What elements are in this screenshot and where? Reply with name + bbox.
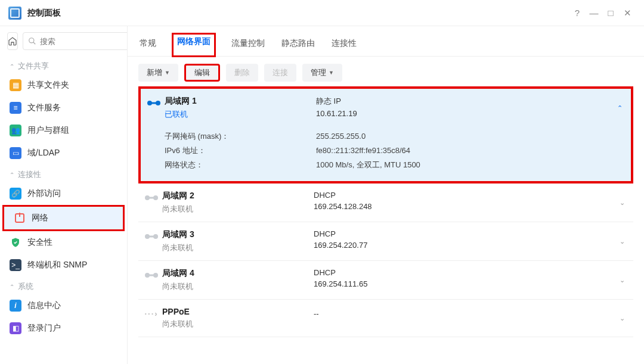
svg-rect-10 <box>147 236 156 238</box>
toolbar: 新增 ▼ 编辑 删除 连接 管理 ▼ <box>128 57 644 85</box>
interface-ip: 169.254.128.248 <box>314 202 616 211</box>
button-label: 新增 <box>147 67 162 78</box>
sidebar-item-label: 网络 <box>32 213 48 223</box>
svg-rect-4 <box>150 102 158 104</box>
shield-icon <box>10 237 21 248</box>
interface-status: 尚未联机 <box>162 242 314 253</box>
interface-ip: 169.254.220.77 <box>314 241 616 250</box>
content-area: 常规 网络界面 流量控制 静态路由 连接性 新增 ▼ 编辑 删除 连接 管理 ▼ <box>128 26 644 364</box>
interface-name: 局域网 1 <box>165 96 316 107</box>
home-icon <box>8 36 17 46</box>
ldap-icon: ▭ <box>10 147 21 159</box>
network-icon <box>14 212 26 224</box>
search-box[interactable] <box>23 32 128 50</box>
section-label: 连接性 <box>18 169 41 180</box>
chevron-down-icon[interactable]: ⌄ <box>616 235 628 248</box>
sidebar-item-file-services[interactable]: ≡ 文件服务 <box>0 97 127 119</box>
sidebar-item-label: 域/LDAP <box>27 148 60 158</box>
interface-name: 局域网 2 <box>162 191 314 201</box>
section-system[interactable]: ⌃ 系统 <box>0 276 127 294</box>
detail-label-netstate: 网络状态： <box>165 158 316 172</box>
tab-general[interactable]: 常规 <box>138 35 157 56</box>
ethernet-icon <box>141 191 162 203</box>
tabs: 常规 网络界面 流量控制 静态路由 连接性 <box>128 31 644 57</box>
sidebar-item-domain-ldap[interactable]: ▭ 域/LDAP <box>0 142 127 164</box>
detail-label-ipv6: IPv6 地址： <box>165 144 316 158</box>
interface-details: 子网掩码 (mask)： IPv6 地址： 网络状态： 255.255.255.… <box>141 127 631 181</box>
chevron-up-icon[interactable]: ⌃ <box>614 102 626 114</box>
chevron-down-icon[interactable]: ⌄ <box>616 312 628 325</box>
interface-name: PPPoE <box>162 307 314 316</box>
interface-item[interactable]: 局域网 1 已联机 静态 IP 10.61.21.19 ⌃ 子网掩 <box>141 89 631 181</box>
sidebar-item-shared-folder[interactable]: ▦ 共享文件夹 <box>0 74 127 97</box>
interface-list: 局域网 1 已联机 静态 IP 10.61.21.19 ⌃ 子网掩 <box>128 85 644 337</box>
chevron-down-icon[interactable]: ⌄ <box>616 274 628 287</box>
close-icon[interactable]: ✕ <box>619 8 636 18</box>
section-label: 系统 <box>18 281 33 292</box>
button-label: 管理 <box>311 67 326 78</box>
sidebar-item-label: 信息中心 <box>27 300 61 311</box>
tab-static-route[interactable]: 静态路由 <box>280 35 316 56</box>
section-label: 文件共享 <box>18 61 49 71</box>
ethernet-icon <box>141 268 162 280</box>
svg-line-1 <box>33 42 36 45</box>
button-label: 编辑 <box>194 67 210 78</box>
tab-interfaces[interactable]: 网络界面 <box>172 33 216 57</box>
sidebar-item-login-portal[interactable]: ◧ 登录门户 <box>0 317 127 340</box>
maximize-icon[interactable]: □ <box>602 8 619 18</box>
chevron-up-icon: ⌃ <box>10 172 14 178</box>
sidebar-item-users-groups[interactable]: 👥 用户与群组 <box>0 119 127 142</box>
users-icon: 👥 <box>10 125 21 136</box>
interface-item-pppoe[interactable]: ···› PPPoE 尚未联机 -- ⌄ <box>138 300 633 337</box>
chevron-up-icon: ⌃ <box>10 284 14 290</box>
interface-name: 局域网 4 <box>162 268 314 279</box>
sidebar-item-info-center[interactable]: i 信息中心 <box>0 294 127 317</box>
app-icon <box>8 7 21 20</box>
file-services-icon: ≡ <box>10 102 21 114</box>
help-icon[interactable]: ? <box>569 8 586 18</box>
sidebar-item-label: 外部访问 <box>27 188 61 199</box>
delete-button: 删除 <box>226 64 258 82</box>
search-input[interactable] <box>40 37 128 46</box>
tab-connectivity[interactable]: 连接性 <box>330 35 358 56</box>
interface-ip: -- <box>314 309 616 318</box>
sidebar-item-external-access[interactable]: 🔗 外部访问 <box>0 182 127 205</box>
terminal-icon: >_ <box>10 259 21 271</box>
detail-value-subnet: 255.255.255.0 <box>316 129 626 144</box>
detail-value-ipv6: fe80::211:32ff:fe91:35c8/64 <box>316 144 626 158</box>
detail-label-subnet: 子网掩码 (mask)： <box>165 129 316 144</box>
folder-icon: ▦ <box>10 79 21 91</box>
minimize-icon[interactable]: — <box>586 8 602 18</box>
interface-item[interactable]: 局域网 4 尚未联机 DHCP 169.254.111.65 ⌄ <box>138 261 633 300</box>
chevron-up-icon: ⌃ <box>10 63 14 70</box>
sidebar-item-security[interactable]: 安全性 <box>0 231 127 254</box>
sidebar-item-label: 文件服务 <box>27 102 61 113</box>
interface-status: 已联机 <box>165 109 316 120</box>
interface-item[interactable]: 局域网 3 尚未联机 DHCP 169.254.220.77 ⌄ <box>138 222 633 261</box>
home-button[interactable] <box>7 32 18 50</box>
section-connectivity[interactable]: ⌃ 连接性 <box>0 164 127 182</box>
sidebar-item-label: 用户与群组 <box>27 125 69 136</box>
info-icon: i <box>10 300 21 312</box>
sidebar-item-network[interactable]: 网络 <box>4 207 123 229</box>
pppoe-icon: ···› <box>141 307 162 318</box>
svg-point-0 <box>29 38 34 43</box>
edit-button[interactable]: 编辑 <box>184 64 220 82</box>
titlebar: 控制面板 ? — □ ✕ <box>0 0 644 26</box>
sidebar: ⌃ 文件共享 ▦ 共享文件夹 ≡ 文件服务 👥 用户与群组 ▭ 域/LDAP ⌃… <box>0 26 128 364</box>
add-button[interactable]: 新增 ▼ <box>138 64 178 82</box>
sidebar-item-terminal-snmp[interactable]: >_ 终端机和 SNMP <box>0 254 127 276</box>
button-label: 连接 <box>273 67 288 78</box>
interface-status: 尚未联机 <box>162 281 314 292</box>
chevron-down-icon[interactable]: ⌄ <box>616 197 628 209</box>
svg-rect-13 <box>147 275 156 276</box>
section-fileshare[interactable]: ⌃ 文件共享 <box>0 56 127 74</box>
interface-ip: 169.254.111.65 <box>314 279 616 288</box>
interface-item[interactable]: 局域网 2 尚未联机 DHCP 169.254.128.248 ⌄ <box>138 183 633 222</box>
chevron-down-icon: ▼ <box>329 70 334 76</box>
tab-traffic[interactable]: 流量控制 <box>230 35 266 56</box>
manage-button[interactable]: 管理 ▼ <box>302 64 342 82</box>
window-title: 控制面板 <box>27 8 61 18</box>
interface-ipmode: DHCP <box>314 191 616 200</box>
interface-ip: 10.61.21.19 <box>316 109 614 118</box>
